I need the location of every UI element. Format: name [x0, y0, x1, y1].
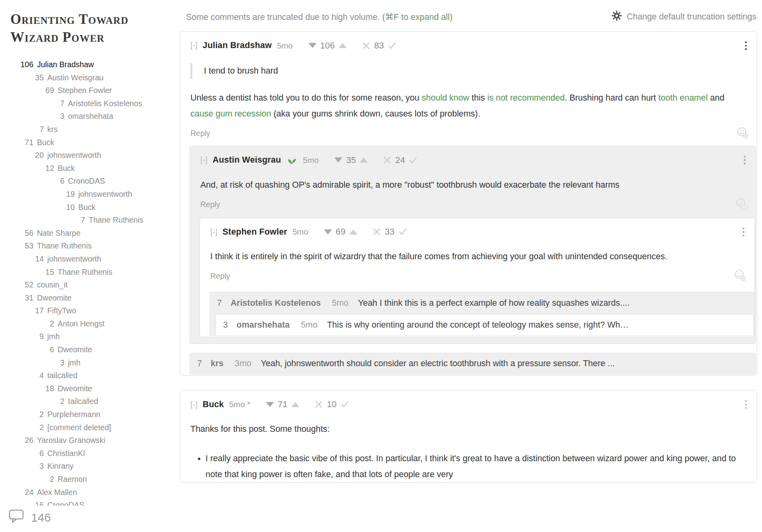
karma-cluster: 71 — [266, 399, 299, 410]
comment-bullet-list: I really appreciate the basic vibe of th… — [190, 450, 746, 482]
agree-icon[interactable] — [399, 228, 407, 236]
comment-timestamp[interactable]: 5mo — [293, 227, 308, 237]
add-reaction-icon[interactable] — [735, 198, 748, 212]
upvote-icon[interactable] — [360, 157, 368, 163]
comment-nav-author: Alex Mallen — [37, 488, 77, 497]
upvote-icon[interactable] — [349, 229, 357, 235]
disagree-icon[interactable] — [315, 400, 323, 408]
comment-menu-icon[interactable] — [744, 399, 748, 410]
comment-nav-item[interactable]: 2tailcalled — [10, 395, 180, 408]
collapsed-comment-krs[interactable]: 7 krs 3mo Yeah, johnswentworth should co… — [190, 353, 756, 375]
reply-link[interactable]: Reply — [200, 200, 220, 209]
truncation-settings-button[interactable]: Change default truncation settings — [611, 10, 756, 23]
comment-nav-item[interactable]: 35Austin Weisgrau — [10, 71, 180, 84]
comment-menu-icon[interactable] — [741, 227, 746, 238]
comment-nav-item[interactable]: 106Julian Bradshaw — [10, 58, 180, 71]
comment-nav-item[interactable]: 2Purplehermann — [10, 408, 180, 421]
downvote-icon[interactable] — [308, 43, 316, 48]
comment-nav-item[interactable]: 7krs — [10, 123, 180, 136]
comment-nav-item[interactable]: 7Thane Ruthenis — [10, 214, 180, 227]
comment-author[interactable]: Austin Weisgrau — [213, 155, 281, 165]
comment-nav-item[interactable]: 6Dweomite — [10, 343, 180, 356]
reply-link[interactable]: Reply — [210, 272, 230, 281]
comment-nav-item[interactable]: 12Buck — [10, 162, 180, 175]
comment-author[interactable]: Julian Bradshaw — [203, 41, 272, 50]
comment-nav-author: Buck — [78, 203, 95, 212]
agree-icon[interactable] — [341, 400, 349, 408]
comment-nav-item[interactable]: 19johnswentworth — [10, 188, 180, 201]
collapsed-comment-aristotelis[interactable]: 7 Aristotelis Kostelenos 5mo Yeah I thin… — [210, 292, 754, 314]
comment-nav-item[interactable]: 69Stephen Fowler — [10, 84, 180, 97]
inline-link[interactable]: should know — [422, 93, 469, 103]
comment-nav-item[interactable]: 9jmh — [10, 330, 180, 343]
inline-link[interactable]: cause gum recession — [190, 109, 271, 118]
comment-nav-item[interactable]: 20johnswentworth — [10, 149, 180, 162]
comment-nav-score: 71 — [14, 136, 33, 149]
collapse-toggle[interactable]: [-] — [210, 227, 217, 237]
add-reaction-icon[interactable] — [736, 126, 749, 140]
comment-nav-item[interactable]: 2Anton Hengst — [10, 317, 180, 330]
disagree-icon[interactable] — [383, 156, 391, 164]
inline-link[interactable]: tooth enamel — [658, 93, 708, 103]
comment-nav-author: Thane Ruthenis — [58, 268, 112, 276]
comment-author[interactable]: Stephen Fowler — [223, 227, 287, 237]
comment-nav-item[interactable]: 26Yaroslav Granowski — [10, 434, 180, 447]
comment-timestamp[interactable]: 5mo * — [229, 400, 250, 409]
disagree-icon[interactable] — [373, 228, 381, 236]
add-reaction-icon[interactable] — [734, 269, 746, 283]
agree-icon[interactable] — [409, 156, 417, 164]
comment-nav-item[interactable]: 15Thane Ruthenis — [10, 266, 180, 279]
comment-nav-item[interactable]: 24Alex Mallen — [10, 486, 180, 499]
collapse-toggle[interactable]: [-] — [200, 155, 207, 165]
disagree-icon[interactable] — [362, 42, 370, 50]
upvote-icon[interactable] — [339, 43, 347, 48]
text-segment: I think it is entirely in the spirit of … — [210, 252, 667, 261]
post-title[interactable]: Orienting Toward Wizard Power — [10, 10, 147, 46]
comment-nav-item[interactable]: 53Thane Ruthenis — [10, 239, 180, 252]
comment-nav-item[interactable]: 16CronoDAS — [10, 499, 180, 506]
collapse-toggle[interactable]: [-] — [190, 400, 198, 409]
reply-link[interactable]: Reply — [190, 129, 210, 138]
comment-nav-score: 35 — [24, 71, 44, 84]
comment-nav-author: johnswentworth — [78, 190, 132, 198]
downvote-icon[interactable] — [266, 402, 274, 407]
comment-timestamp[interactable]: 5mo — [303, 155, 319, 165]
comment-nav-item[interactable]: 6CronoDAS — [10, 175, 180, 188]
expand-all-link[interactable]: (⌘F to expand all) — [382, 12, 453, 22]
comment-nav-author: johnswentworth — [47, 254, 101, 263]
comment-nav-item[interactable]: 7Aristotelis Kostelenos — [10, 97, 180, 110]
comment-nav-item[interactable]: 52cousin_it — [10, 278, 180, 291]
comment-nav-item[interactable]: 2[comment deleted] — [10, 421, 180, 434]
comment-nav-item[interactable]: 56Nate Sharpe — [10, 227, 180, 240]
comment-nav-author: Austin Weisgrau — [47, 73, 104, 82]
comment-nav-item[interactable]: 4tailcalled — [10, 369, 180, 382]
inline-link[interactable]: is not recommended — [487, 93, 565, 103]
comment-menu-icon[interactable] — [744, 40, 748, 51]
comment-nav-item[interactable]: 18Dweomite — [10, 382, 180, 395]
comment-nav-author: jmh — [68, 358, 80, 367]
comment-nav-score: 26 — [14, 434, 33, 447]
downvote-icon[interactable] — [324, 229, 332, 235]
downvote-icon[interactable] — [334, 157, 342, 163]
comments-page: Orienting Toward Wizard Power 106Julian … — [0, 0, 762, 532]
comment-julian-bradshaw: [-] Julian Bradshaw 5mo 106 83 I tend to… — [180, 31, 757, 376]
comment-nav-item[interactable]: 2Raemon — [10, 473, 180, 486]
collapse-toggle[interactable]: [-] — [190, 41, 198, 50]
agree-icon[interactable] — [388, 42, 396, 50]
comment-nav-item[interactable]: 6ChristianKl — [10, 447, 180, 460]
comment-author[interactable]: Buck — [203, 400, 224, 410]
comment-menu-icon[interactable] — [743, 155, 747, 166]
comment-timestamp[interactable]: 5mo — [277, 41, 293, 50]
comment-nav-item[interactable]: 3Kinrany — [10, 460, 180, 473]
upvote-icon[interactable] — [291, 402, 299, 407]
comment-nav-item[interactable]: 14johnswentworth — [10, 252, 180, 266]
comment-nav-item[interactable]: 31Dweomite — [10, 291, 180, 305]
comment-nav-author: Raemon — [58, 475, 87, 483]
comment-nav-item[interactable]: 71Buck — [10, 136, 180, 149]
comment-nav-item[interactable]: 3omarshehata — [10, 110, 180, 123]
collapsed-comment-omarshehata[interactable]: 3 omarshehata 5mo This is why orienting … — [215, 314, 754, 336]
agreement-score: 33 — [385, 227, 394, 237]
comment-nav-item[interactable]: 17FiftyTwo — [10, 304, 180, 317]
comment-nav-item[interactable]: 10Buck — [10, 201, 180, 214]
comment-nav-item[interactable]: 3jmh — [10, 356, 180, 369]
